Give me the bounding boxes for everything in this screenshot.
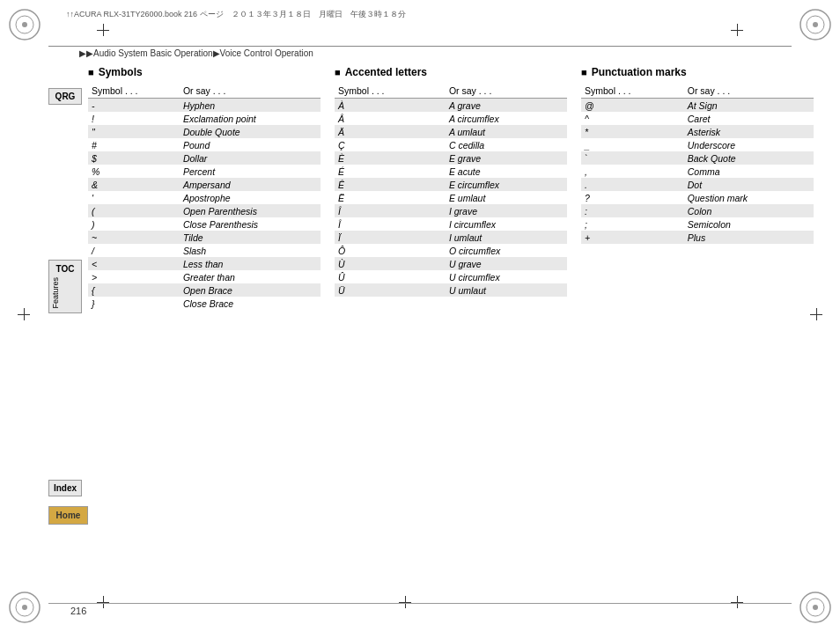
symbol-cell: + xyxy=(581,231,684,244)
symbol-cell: - xyxy=(88,99,180,113)
say-cell: Open Parenthesis xyxy=(180,204,321,217)
say-cell: Apostrophe xyxy=(180,191,321,204)
symbol-cell: È xyxy=(335,151,446,165)
symbol-cell: Ô xyxy=(335,244,446,257)
symbol-cell: Ù xyxy=(335,257,446,270)
table-row: _Underscore xyxy=(581,138,814,151)
punctuation-col2-header: Or say . . . xyxy=(684,84,814,99)
symbol-cell: { xyxy=(88,283,180,297)
table-row: <Less than xyxy=(88,257,321,270)
table-row: (Open Parenthesis xyxy=(88,204,321,217)
say-cell: Exclamation point xyxy=(180,112,321,125)
say-cell: Pound xyxy=(180,138,321,151)
symbol-cell: ( xyxy=(88,204,180,217)
symbol-cell: À xyxy=(335,99,446,113)
main-content: Symbols Symbol . . . Or say . . . -Hyphe… xyxy=(88,66,814,597)
corner-circle-bl xyxy=(7,590,42,625)
table-row: $Dollar xyxy=(88,151,321,165)
table-row: ÇC cedilla xyxy=(335,138,567,151)
tab-home[interactable]: Home xyxy=(48,506,88,525)
say-cell: Colon xyxy=(684,204,814,217)
table-row: +Plus xyxy=(581,231,814,244)
symbol-cell: / xyxy=(88,244,180,257)
table-row: @At Sign xyxy=(581,99,814,113)
header-meta: ↑↑ACURA RLX-31TY26000.book 216 ページ ２０１３年… xyxy=(66,9,406,20)
say-cell: Double Quote xyxy=(180,125,321,138)
say-cell: E circumflex xyxy=(446,178,567,191)
symbol-cell: Û xyxy=(335,270,446,283)
say-cell: Semicolon xyxy=(684,217,814,231)
table-row: ÉE acute xyxy=(335,165,567,178)
symbols-col2-header: Or say . . . xyxy=(180,84,321,99)
table-row: *Asterisk xyxy=(581,125,814,138)
symbol-cell: ? xyxy=(581,191,684,204)
punctuation-table: Symbol . . . Or say . . . @At Sign^Caret… xyxy=(581,84,814,244)
crosshair-bottom-right xyxy=(731,596,743,608)
table-row: /Slash xyxy=(88,244,321,257)
table-row: -Hyphen xyxy=(88,99,321,113)
symbol-cell: @ xyxy=(581,99,684,113)
say-cell: Percent xyxy=(180,165,321,178)
table-row: %Percent xyxy=(88,165,321,178)
table-row: !Exclamation point xyxy=(88,112,321,125)
table-row: ÙU grave xyxy=(335,257,567,270)
accented-column: Accented letters Symbol . . . Or say . .… xyxy=(335,66,567,597)
accented-table: Symbol . . . Or say . . . ÀA graveÂA cir… xyxy=(335,84,567,297)
symbol-cell: Ä xyxy=(335,125,446,138)
say-cell: A circumflex xyxy=(446,112,567,125)
crosshair-top-right xyxy=(731,24,743,36)
tab-toc[interactable]: TOC Features xyxy=(48,260,82,313)
tab-toc-label: TOC xyxy=(51,264,79,274)
accented-col2-header: Or say . . . xyxy=(446,84,567,99)
say-cell: Comma xyxy=(684,165,814,178)
svg-point-11 xyxy=(813,605,818,610)
say-cell: U circumflex xyxy=(446,270,567,283)
table-row: #Pound xyxy=(88,138,321,151)
table-row: ÊE circumflex xyxy=(335,178,567,191)
symbol-cell: * xyxy=(581,125,684,138)
table-row: ;Semicolon xyxy=(581,217,814,231)
say-cell: E grave xyxy=(446,151,567,165)
say-cell: Dot xyxy=(684,178,814,191)
accented-col1-header: Symbol . . . xyxy=(335,84,446,99)
say-cell: E umlaut xyxy=(446,191,567,204)
table-row: ÜU umlaut xyxy=(335,283,567,297)
symbol-cell: É xyxy=(335,165,446,178)
crosshair-left-mid xyxy=(18,308,30,320)
symbol-cell: Ï xyxy=(335,231,446,244)
table-row: )Close Parenthesis xyxy=(88,217,321,231)
say-cell: Ampersand xyxy=(180,178,321,191)
say-cell: Plus xyxy=(684,231,814,244)
symbol-cell: Â xyxy=(335,112,446,125)
symbol-cell: _ xyxy=(581,138,684,151)
breadcrumb: ▶▶Audio System Basic Operation▶Voice Con… xyxy=(79,48,313,58)
footer-line xyxy=(48,603,792,604)
table-row: ÄA umlaut xyxy=(335,125,567,138)
symbol-cell: $ xyxy=(88,151,180,165)
symbol-cell: ) xyxy=(88,217,180,231)
table-row: ÈE grave xyxy=(335,151,567,165)
say-cell: I umlaut xyxy=(446,231,567,244)
corner-circle-tr xyxy=(798,7,833,42)
symbol-cell: ~ xyxy=(88,231,180,244)
table-row: ËE umlaut xyxy=(335,191,567,204)
tab-qrg[interactable]: QRG xyxy=(48,88,82,105)
table-row: ÎI grave xyxy=(335,204,567,217)
say-cell: At Sign xyxy=(684,99,814,113)
say-cell: I grave xyxy=(446,204,567,217)
table-row: ,Comma xyxy=(581,165,814,178)
table-row: `Back Quote xyxy=(581,151,814,165)
symbol-cell: > xyxy=(88,270,180,283)
page-number: 216 xyxy=(70,606,86,616)
say-cell: I circumflex xyxy=(446,217,567,231)
symbol-cell: ! xyxy=(88,112,180,125)
symbol-cell: # xyxy=(88,138,180,151)
table-row: ÀA grave xyxy=(335,99,567,113)
svg-point-2 xyxy=(22,22,27,27)
tab-index[interactable]: Index xyxy=(48,480,82,496)
symbol-cell: ; xyxy=(581,217,684,231)
symbols-col1-header: Symbol . . . xyxy=(88,84,180,99)
say-cell: Asterisk xyxy=(684,125,814,138)
say-cell: E acute xyxy=(446,165,567,178)
punctuation-header: Punctuation marks xyxy=(581,66,814,78)
